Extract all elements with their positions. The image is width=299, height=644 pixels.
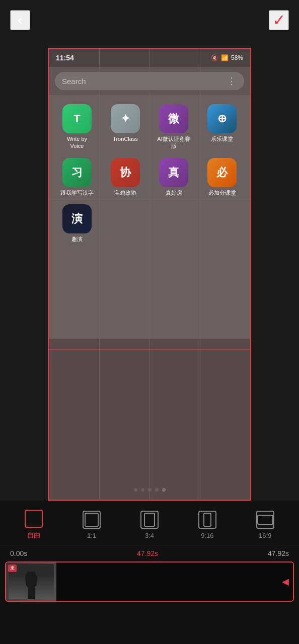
app-item[interactable]: ⊕ 乐乐课堂	[198, 100, 246, 154]
top-bar: ‹ ✓	[0, 0, 299, 40]
ratio-label-9x16: 9:16	[201, 532, 213, 539]
crop-ratio-free[interactable]: 自由	[19, 510, 49, 540]
app-item[interactable]: 协 宝鸡政协	[101, 154, 150, 200]
bottom-controls: 自由 1:1 3:4 9:16 16:9 0.00s 47.92s 47.92s	[0, 501, 299, 644]
crop-ratio-3x4[interactable]: 3:4	[134, 511, 165, 539]
ratio-label-1x1: 1:1	[87, 532, 96, 539]
crop-ratio-9x16[interactable]: 9:16	[192, 511, 222, 539]
center-time: 47.92s	[137, 549, 158, 557]
phone-screen: 11:54 🔇 📶 58% Search ⋮ T Write by Voice …	[48, 48, 251, 501]
wifi-icon: 📶	[221, 54, 229, 61]
app-item[interactable]: 微 AI微认证竞赛版	[150, 100, 198, 154]
app-icon: 微	[159, 104, 188, 133]
app-label: 趣演	[71, 235, 83, 243]
app-icon: 必	[207, 158, 237, 187]
app-item[interactable]: ✦ TronClass	[101, 100, 150, 154]
search-more-icon[interactable]: ⋮	[227, 75, 237, 87]
confirm-button[interactable]: ✓	[269, 10, 289, 30]
app-item[interactable]: 习 跟我学写汉字	[53, 154, 101, 200]
person-shape	[23, 572, 40, 599]
ratio-label-16x9: 16:9	[259, 532, 271, 539]
app-icon: T	[62, 104, 92, 133]
start-time: 0.00s	[10, 549, 27, 557]
app-icon: 真	[159, 158, 188, 187]
timeline-dark-area	[56, 562, 293, 601]
search-placeholder: Search	[62, 77, 86, 86]
app-label: 乐乐课堂	[211, 135, 233, 142]
timeline-thumbnail: 来	[6, 562, 56, 601]
ratio-icon-9x16	[198, 511, 216, 529]
time-bar: 0.00s 47.92s 47.92s	[0, 545, 299, 561]
app-label: TronClass	[113, 135, 138, 142]
ratio-icon-1x1	[83, 511, 101, 529]
app-item[interactable]: T Write by Voice	[53, 100, 101, 154]
crop-ratio-16x9[interactable]: 16:9	[250, 511, 280, 539]
app-label: 跟我学写汉字	[60, 189, 94, 196]
crop-ratio-1x1[interactable]: 1:1	[77, 511, 107, 539]
search-bar-wrap: Search ⋮	[49, 67, 250, 95]
app-item[interactable]: 必 必加分课堂	[198, 154, 246, 200]
end-time: 47.92s	[268, 549, 289, 557]
crop-ratio-bar: 自由 1:1 3:4 9:16 16:9	[0, 501, 299, 545]
app-label: Write by Voice	[59, 135, 95, 150]
app-label: 宝鸡政协	[114, 189, 136, 196]
app-item[interactable]: 演 趣演	[53, 200, 101, 247]
app-label: AI微认证竞赛版	[156, 135, 191, 150]
status-icons: 🔇 📶 58%	[211, 54, 243, 61]
app-item[interactable]: 真 真好房	[150, 154, 198, 200]
status-bar: 11:54 🔇 📶 58%	[49, 49, 250, 67]
app-icon: ⊕	[207, 104, 237, 133]
mute-icon: 🔇	[211, 54, 218, 61]
ratio-icon-free	[25, 510, 43, 528]
back-button[interactable]: ‹	[10, 10, 30, 30]
app-icon: 演	[62, 204, 92, 233]
ratio-icon-16x9	[256, 511, 274, 529]
app-grid: T Write by Voice ✦ TronClass 微 AI微认证竞赛版 …	[49, 95, 250, 252]
app-icon: ✦	[111, 104, 140, 133]
app-icon: 习	[62, 158, 92, 187]
ratio-label-free: 自由	[27, 531, 40, 540]
ratio-label-3x4: 3:4	[145, 532, 154, 539]
app-icon: 协	[111, 158, 140, 187]
app-label: 必加分课堂	[208, 189, 236, 196]
timeline-handle-right[interactable]: ◀	[282, 576, 289, 587]
lower-background	[49, 339, 250, 500]
search-bar[interactable]: Search ⋮	[55, 72, 244, 90]
timeline-badge: 来	[8, 565, 17, 572]
battery-text: 58%	[231, 54, 243, 61]
timeline-strip[interactable]: ▶ 来 ◀	[5, 561, 294, 602]
status-time: 11:54	[56, 54, 74, 62]
app-label: 真好房	[166, 189, 182, 196]
ratio-icon-3x4	[140, 511, 159, 529]
